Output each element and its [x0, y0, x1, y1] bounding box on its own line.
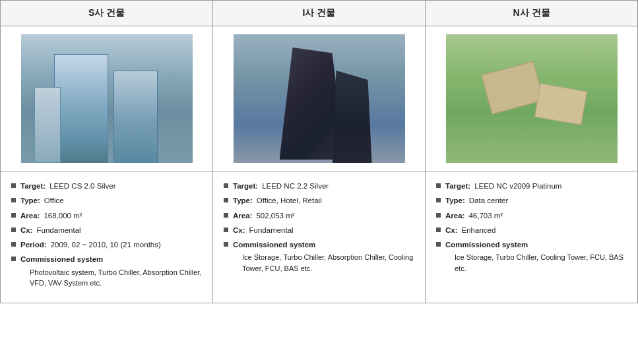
bullet-icon: [11, 183, 16, 188]
s-cx-label: Cx:: [20, 226, 33, 234]
s-area-label: Area:: [20, 212, 40, 220]
i-cx-label: Cx:: [233, 226, 245, 234]
s-cx-value: Fundamental: [37, 226, 81, 234]
n-target-label: Target:: [445, 182, 470, 190]
s-period-text: Period:2009, 02 ~ 2010, 10 (21 months): [20, 239, 202, 251]
s-target-item: Target:LEED CS 2.0 Silver: [11, 181, 202, 192]
n-commissioned-item: Commissioned system Ice Storage, Turbo C…: [436, 239, 627, 274]
i-cx-text: Cx:Fundamental: [233, 225, 414, 236]
s-target-value: LEED CS 2.0 Silver: [49, 182, 115, 190]
s-commissioned-label: Commissioned system: [20, 255, 103, 263]
i-area-item: Area:502,053 m²: [224, 210, 414, 222]
header-n-building: N사 건물: [426, 1, 637, 26]
n-target-text: Target:LEED NC v2009 Platinum: [445, 181, 627, 192]
n-type-item: Type:Data center: [436, 195, 627, 206]
n-commissioned-label: Commissioned system: [445, 241, 528, 249]
n-type-text: Type:Data center: [445, 195, 627, 206]
bullet-icon: [436, 198, 441, 202]
s-area-text: Area:168,000 m²: [20, 210, 202, 222]
i-cx-value: Fundamental: [249, 226, 294, 234]
i-type-value: Office, Hotel, Retail: [257, 197, 322, 204]
i-building-info: Target:LEED NC 2.2 Silver Type:Office, H…: [213, 171, 425, 303]
n-area-item: Area:46,703 m²: [436, 210, 627, 222]
i-building-image-section: [213, 26, 425, 171]
n-building-image-section: [426, 26, 637, 171]
n-cx-text: Cx:Enhanced: [445, 225, 627, 236]
bullet-icon: [436, 213, 441, 218]
i-cx-item: Cx:Fundamental: [224, 225, 414, 236]
s-building-image-section: [1, 26, 212, 171]
n-building-info: Target:LEED NC v2009 Platinum Type:Data …: [426, 171, 637, 303]
n-cx-item: Cx:Enhanced: [436, 225, 627, 236]
s-period-item: Period:2009, 02 ~ 2010, 10 (21 months): [11, 239, 202, 251]
s-period-value: 2009, 02 ~ 2010, 10 (21 months): [51, 241, 161, 249]
header-s-label: S사 건물: [88, 7, 125, 18]
i-area-value: 502,053 m²: [256, 212, 294, 220]
s-commissioned-value: Photovoltaic system, Turbo Chiller, Abso…: [30, 267, 202, 289]
comparison-table: S사 건물 I사 건물 N사 건물 Target:LEED CS 2.0 Sil…: [0, 0, 638, 303]
i-type-text: Type:Office, Hotel, Retail: [233, 195, 414, 206]
i-commissioned-text: Commissioned system Ice Storage, Turbo C…: [233, 239, 414, 274]
i-target-text: Target:LEED NC 2.2 Silver: [233, 181, 414, 192]
bullet-icon: [11, 257, 16, 261]
bullet-icon: [11, 228, 16, 232]
bullet-icon: [11, 198, 16, 202]
n-commissioned-text: Commissioned system Ice Storage, Turbo C…: [445, 239, 627, 274]
header-i-label: I사 건물: [303, 7, 336, 18]
s-type-value: Office: [44, 197, 64, 204]
n-type-label: Type:: [445, 197, 465, 204]
header-i-building: I사 건물: [213, 1, 426, 26]
n-cx-label: Cx:: [445, 226, 458, 234]
n-building-cell: Target:LEED NC v2009 Platinum Type:Data …: [426, 26, 637, 303]
bullet-icon: [224, 228, 228, 232]
n-cx-value: Enhanced: [462, 226, 496, 234]
n-area-value: 46,703 m²: [468, 212, 503, 220]
bullet-icon: [224, 183, 228, 188]
n-area-label: Area:: [445, 212, 464, 220]
s-type-text: Type:Office: [20, 195, 202, 206]
s-cx-item: Cx:Fundamental: [11, 225, 202, 236]
bullet-icon: [436, 242, 441, 247]
table-content-row: Target:LEED CS 2.0 Silver Type:Office Ar…: [1, 26, 637, 303]
s-building-info: Target:LEED CS 2.0 Silver Type:Office Ar…: [1, 171, 212, 303]
bullet-icon: [224, 198, 228, 202]
i-area-label: Area:: [233, 212, 252, 220]
bullet-icon: [224, 242, 228, 247]
i-type-label: Type:: [233, 197, 253, 204]
header-n-label: N사 건물: [513, 7, 550, 18]
s-target-text: Target:LEED CS 2.0 Silver: [20, 181, 202, 192]
s-type-item: Type:Office: [11, 195, 202, 206]
header-s-building: S사 건물: [1, 1, 213, 26]
i-target-value: LEED NC 2.2 Silver: [262, 182, 329, 190]
n-type-value: Data center: [469, 197, 508, 204]
s-building-cell: Target:LEED CS 2.0 Silver Type:Office Ar…: [1, 26, 213, 303]
s-cx-text: Cx:Fundamental: [20, 225, 202, 236]
s-period-label: Period:: [20, 241, 47, 249]
s-area-value: 168,000 m²: [44, 212, 82, 220]
n-target-value: LEED NC v2009 Platinum: [474, 182, 561, 190]
s-area-item: Area:168,000 m²: [11, 210, 202, 222]
n-building-image: [446, 34, 618, 163]
i-building-cell: Target:LEED NC 2.2 Silver Type:Office, H…: [213, 26, 426, 303]
i-target-label: Target:: [233, 182, 258, 190]
bullet-icon: [436, 228, 441, 232]
bullet-icon: [436, 183, 441, 188]
bullet-icon: [11, 242, 16, 247]
s-building-image: [21, 34, 193, 163]
table-header-row: S사 건물 I사 건물 N사 건물: [1, 1, 637, 26]
i-commissioned-value: Ice Storage, Turbo Chiller, Absorption C…: [242, 252, 414, 274]
i-commissioned-label: Commissioned system: [233, 241, 315, 249]
n-commissioned-value: Ice Storage, Turbo Chiller, Cooling Towe…: [455, 252, 627, 274]
bullet-icon: [11, 213, 16, 218]
n-target-item: Target:LEED NC v2009 Platinum: [436, 181, 627, 192]
s-type-label: Type:: [20, 197, 40, 204]
s-target-label: Target:: [20, 182, 46, 190]
s-commissioned-text: Commissioned system Photovoltaic system,…: [20, 254, 202, 288]
n-area-text: Area:46,703 m²: [445, 210, 627, 222]
i-commissioned-item: Commissioned system Ice Storage, Turbo C…: [224, 239, 414, 274]
i-type-item: Type:Office, Hotel, Retail: [224, 195, 414, 206]
bullet-icon: [224, 213, 228, 218]
i-target-item: Target:LEED NC 2.2 Silver: [224, 181, 414, 192]
s-commissioned-item: Commissioned system Photovoltaic system,…: [11, 254, 202, 288]
i-building-image: [234, 34, 405, 163]
